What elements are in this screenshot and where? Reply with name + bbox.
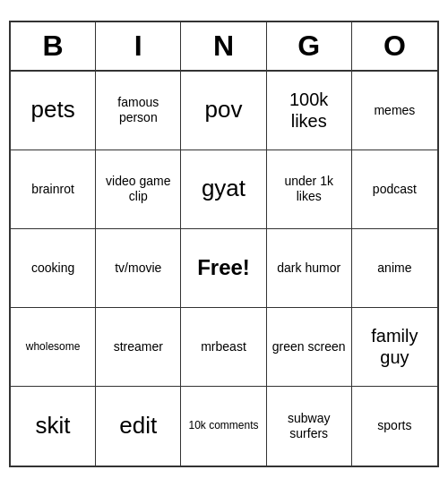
bingo-cell: Free! [181, 229, 266, 308]
bingo-cell: green screen [267, 308, 352, 387]
cell-text: 10k comments [188, 419, 258, 431]
bingo-cell: anime [352, 229, 437, 308]
cell-text: mrbeast [201, 339, 246, 355]
bingo-cell: video game clip [96, 150, 181, 229]
cell-text: brainrot [31, 182, 73, 197]
cell-text: subway surfers [271, 411, 348, 441]
bingo-cell: memes [352, 72, 437, 150]
cell-text: sports [377, 418, 411, 433]
cell-text: cooking [31, 261, 74, 276]
bingo-card: BINGO petsfamous personpov100k likesmeme… [9, 21, 439, 467]
header-letter: O [352, 22, 437, 70]
cell-text: pets [31, 96, 75, 124]
cell-text: anime [377, 261, 411, 276]
cell-text: family guy [356, 325, 434, 368]
cell-text: green screen [272, 339, 346, 355]
bingo-header: BINGO [11, 22, 437, 72]
cell-text: edit [119, 412, 157, 440]
bingo-cell: wholesome [11, 308, 96, 387]
cell-text: dark humor [277, 261, 340, 276]
cell-text: wholesome [26, 340, 81, 353]
bingo-cell: mrbeast [181, 308, 266, 387]
cell-text: pov [205, 96, 243, 124]
header-letter: B [11, 22, 96, 70]
bingo-cell: tv/movie [96, 229, 181, 308]
bingo-cell: cooking [11, 229, 96, 308]
bingo-cell: streamer [96, 308, 181, 387]
bingo-cell: dark humor [267, 229, 352, 308]
bingo-cell: under 1k likes [267, 150, 352, 229]
bingo-cell: pets [11, 72, 96, 150]
cell-text: gyat [202, 175, 246, 202]
bingo-cell: edit [96, 387, 181, 466]
header-letter: I [96, 22, 181, 70]
cell-text: 100k likes [271, 89, 348, 132]
bingo-cell: skit [11, 387, 96, 466]
cell-text: video game clip [99, 174, 177, 204]
bingo-cell: sports [352, 387, 437, 466]
bingo-cell: gyat [181, 150, 266, 229]
bingo-cell: 100k likes [267, 72, 352, 150]
bingo-cell: 10k comments [181, 387, 266, 466]
cell-text: famous person [99, 95, 177, 125]
bingo-cell: brainrot [11, 150, 96, 229]
cell-text: Free! [197, 255, 250, 281]
bingo-cell: pov [181, 72, 266, 150]
cell-text: under 1k likes [271, 174, 348, 204]
bingo-cell: family guy [352, 308, 437, 387]
bingo-grid: petsfamous personpov100k likesmemesbrain… [11, 72, 437, 466]
cell-text: streamer [114, 339, 163, 355]
cell-text: skit [36, 412, 71, 440]
bingo-cell: famous person [96, 72, 181, 150]
bingo-cell: podcast [352, 150, 437, 229]
bingo-cell: subway surfers [267, 387, 352, 466]
header-letter: G [267, 22, 352, 70]
cell-text: memes [374, 103, 415, 118]
cell-text: podcast [373, 182, 417, 197]
cell-text: tv/movie [115, 261, 161, 276]
header-letter: N [181, 22, 266, 70]
